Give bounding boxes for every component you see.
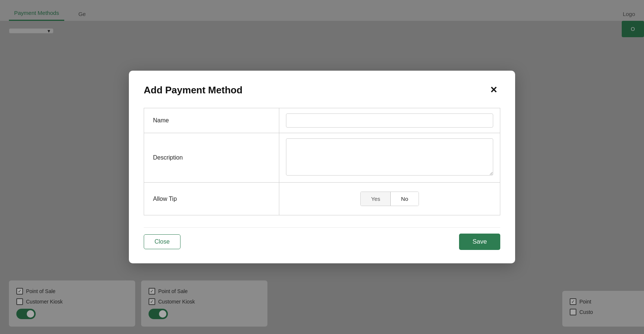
close-button[interactable]: Close — [144, 234, 180, 249]
tip-option-no[interactable]: No — [390, 192, 419, 206]
modal-overlay: Add Payment Method ✕ Name Descript — [0, 0, 644, 334]
name-input-cell — [279, 108, 500, 133]
save-button[interactable]: Save — [459, 234, 500, 250]
description-row: Description — [144, 133, 500, 183]
modal: Add Payment Method ✕ Name Descript — [129, 71, 515, 263]
tip-toggle[interactable]: Yes No — [360, 192, 419, 206]
tip-toggle-container: Yes No — [286, 188, 493, 210]
modal-header: Add Payment Method ✕ — [144, 84, 500, 96]
name-row: Name — [144, 108, 500, 133]
allow-tip-row: Allow Tip Yes No — [144, 183, 500, 215]
description-input-cell — [279, 133, 500, 183]
description-input[interactable] — [286, 138, 493, 176]
modal-footer: Close Save — [144, 227, 500, 250]
modal-close-button[interactable]: ✕ — [487, 84, 500, 96]
description-label: Description — [144, 133, 279, 183]
allow-tip-input-cell: Yes No — [279, 183, 500, 215]
name-label: Name — [144, 108, 279, 133]
modal-form: Name Description — [144, 108, 500, 215]
name-input[interactable] — [286, 113, 493, 128]
tip-option-yes[interactable]: Yes — [361, 192, 390, 206]
modal-title: Add Payment Method — [144, 84, 243, 96]
allow-tip-label: Allow Tip — [144, 183, 279, 215]
